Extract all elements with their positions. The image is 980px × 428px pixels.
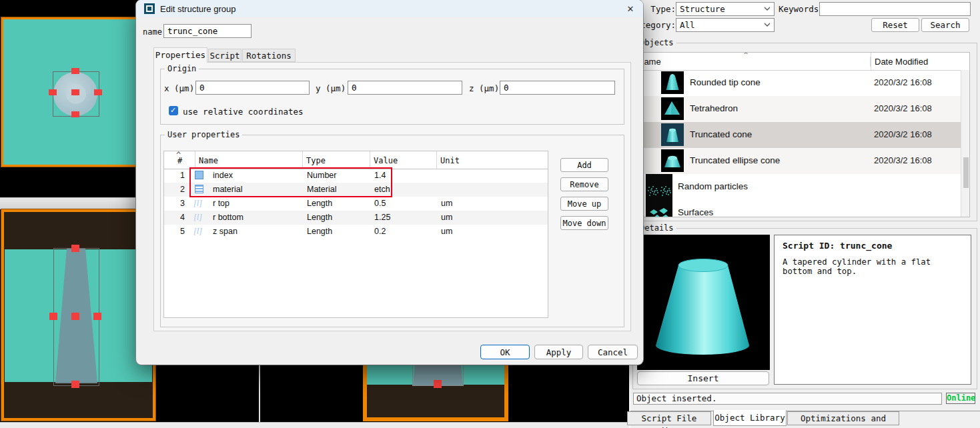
selection-handle[interactable] — [71, 68, 79, 74]
row-num: 3 — [180, 199, 185, 208]
move-up-button[interactable]: Move up — [560, 197, 608, 211]
tab-optimizations-sweeps[interactable]: Optimizations and Sweeps — [787, 411, 899, 425]
origin-y-input[interactable] — [348, 81, 462, 95]
object-date: 2020/3/2 16:08 — [874, 77, 932, 87]
etch-region — [367, 385, 504, 417]
col-name[interactable]: Name — [199, 156, 218, 165]
prop-type: Length — [307, 199, 332, 208]
selection-handle[interactable] — [71, 245, 79, 252]
objects-table: ^ Name Date Modified Rounded tip cone 20… — [633, 52, 970, 217]
truncated-cone-preview — [637, 235, 770, 370]
object-date: 2020/3/2 16:08 — [874, 103, 932, 113]
name-input[interactable] — [163, 24, 252, 38]
properties-table-header[interactable]: ^ # Name Type Value Unit — [164, 151, 548, 169]
scrollbar-thumb[interactable] — [963, 157, 969, 188]
prop-name: z span — [213, 227, 237, 236]
object-name: Tetrahedron — [690, 103, 738, 113]
reset-button[interactable]: Reset — [871, 18, 919, 32]
object-row-surfaces[interactable]: Surfaces — [634, 200, 961, 217]
type-select[interactable]: Structure — [676, 2, 775, 16]
object-name: Rounded tip cone — [690, 77, 761, 87]
object-date: 2020/3/2 16:08 — [874, 155, 932, 165]
apply-button[interactable]: Apply — [534, 345, 583, 359]
origin-x-label: x (μm) — [164, 83, 194, 93]
selection-handle[interactable] — [71, 313, 79, 320]
object-row-tetrahedron[interactable]: Tetrahedron 2020/3/2 16:08 — [634, 96, 961, 122]
add-button[interactable]: Add — [560, 158, 608, 172]
col-type[interactable]: Type — [306, 156, 326, 165]
viewport-frame-edge — [504, 364, 508, 421]
col-unit[interactable]: Unit — [440, 156, 460, 165]
pane-divider[interactable] — [259, 364, 260, 422]
online-status-badge: Online — [946, 393, 975, 404]
remove-button[interactable]: Remove — [560, 177, 608, 191]
property-row-z-span[interactable]: 5 z span Length 0.2 um — [164, 225, 548, 239]
column-divider[interactable] — [871, 53, 871, 70]
relative-coordinates-label: use relative coordinates — [183, 107, 304, 117]
tab-script[interactable]: Script — [208, 49, 241, 62]
col-value[interactable]: Value — [374, 156, 398, 165]
selection-handle[interactable] — [49, 313, 57, 320]
tetrahedron-icon — [661, 97, 684, 120]
object-row-random-particles[interactable]: Random particles — [634, 174, 961, 200]
selection-handle[interactable] — [71, 111, 79, 117]
row-num: 4 — [180, 213, 185, 222]
edit-structure-group-dialog: Edit structure group ✕ name Properties S… — [136, 0, 643, 365]
relative-coordinates-checkbox[interactable] — [169, 106, 178, 115]
object-preview — [637, 235, 770, 370]
row-num: 2 — [180, 185, 185, 194]
object-name: Random particles — [678, 181, 748, 191]
property-row-r-bottom[interactable]: 4 r bottom Length 1.25 um — [164, 211, 548, 225]
selection-handle[interactable] — [71, 381, 79, 388]
prop-unit: um — [441, 199, 452, 208]
tab-properties[interactable]: Properties — [153, 47, 207, 63]
date-column-header[interactable]: Date Modified — [870, 57, 928, 67]
prop-unit: um — [441, 213, 452, 222]
category-select[interactable]: All — [676, 18, 775, 32]
name-label: name — [143, 27, 162, 37]
selection-handle[interactable] — [93, 313, 101, 320]
object-name: Truncated cone — [690, 129, 752, 139]
selection-handle[interactable] — [94, 89, 102, 95]
selection-handle[interactable] — [434, 380, 442, 388]
objects-table-header[interactable]: ^ Name Date Modified — [634, 53, 969, 71]
column-divider — [302, 151, 303, 169]
keywords-input[interactable] — [819, 2, 971, 16]
close-button[interactable]: ✕ — [622, 3, 638, 16]
object-row-truncated-cone-selected[interactable]: Truncated cone 2020/3/2 16:08 — [634, 122, 961, 148]
selection-handle[interactable] — [49, 89, 57, 95]
truncated-cone-icon — [661, 123, 684, 146]
objects-scrollbar[interactable] — [961, 70, 970, 217]
origin-z-input[interactable] — [500, 81, 615, 95]
category-select-value: All — [680, 19, 695, 31]
move-down-button[interactable]: Move down — [560, 216, 608, 230]
tab-object-library[interactable]: Object Library — [713, 410, 787, 426]
prop-value: 0.5 — [374, 199, 386, 208]
origin-x-input[interactable] — [195, 81, 310, 95]
column-divider — [370, 151, 370, 169]
type-label: Type: — [650, 4, 676, 14]
prop-type: Length — [307, 227, 332, 236]
object-name: Surfaces — [678, 207, 713, 217]
insert-button[interactable]: Insert — [637, 371, 769, 385]
row-num: 1 — [180, 171, 185, 180]
ok-button[interactable]: OK — [480, 345, 530, 359]
application-window: Type: Structure Keywords: Category: All … — [0, 0, 980, 428]
object-library-panel: Type: Structure Keywords: Category: All … — [629, 0, 980, 428]
object-row-rounded-tip-cone[interactable]: Rounded tip cone 2020/3/2 16:08 — [634, 70, 961, 96]
object-row-truncated-ellipse-cone[interactable]: Truncated ellipse cone 2020/3/2 16:08 — [634, 148, 961, 174]
prop-name: r top — [213, 199, 229, 208]
status-field: Object inserted. — [633, 393, 942, 405]
tab-rotations[interactable]: Rotations — [242, 49, 296, 62]
rounded-tip-cone-icon — [661, 71, 684, 94]
selection-handle[interactable] — [71, 89, 79, 95]
cancel-button[interactable]: Cancel — [588, 345, 638, 359]
user-properties-group-label: User properties — [165, 130, 242, 139]
property-row-r-top[interactable]: 3 r top Length 0.5 um — [164, 197, 548, 211]
col-num[interactable]: # — [177, 156, 182, 165]
origin-group-label: Origin — [165, 64, 199, 73]
tab-script-file-editor[interactable]: Script File Editor — [627, 411, 711, 425]
length-type-icon — [193, 199, 202, 207]
search-button[interactable]: Search — [921, 18, 969, 32]
script-description-box: Script ID: trunc_cone A tapered cylinder… — [774, 235, 971, 385]
